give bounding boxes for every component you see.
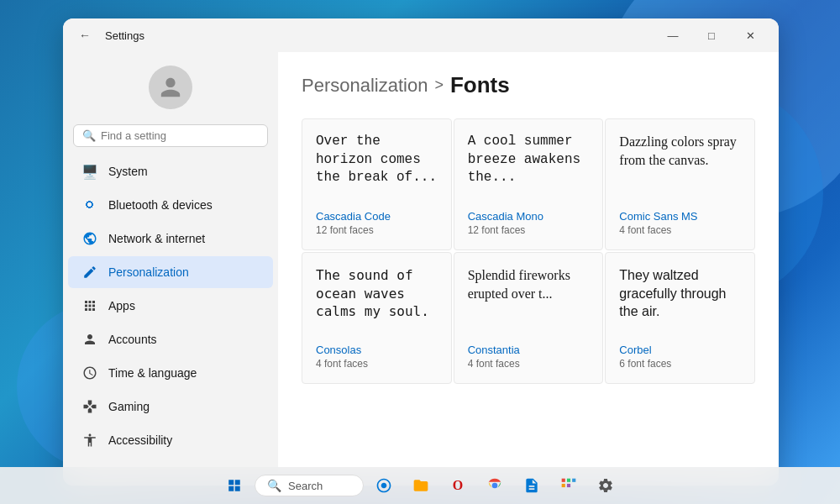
title-bar-left: ← Settings	[73, 24, 144, 47]
minimize-button[interactable]: —	[654, 23, 691, 48]
network-icon	[81, 230, 98, 247]
sidebar-label-accounts: Accounts	[108, 333, 157, 346]
sidebar-label-apps: Apps	[108, 299, 135, 312]
sidebar-label-bluetooth: Bluetooth & devices	[108, 198, 213, 212]
font-name-2: Comic Sans MS	[619, 210, 741, 223]
font-faces-5: 6 font faces	[619, 358, 741, 370]
font-faces-0: 12 font faces	[316, 224, 438, 236]
window-title: Settings	[105, 29, 144, 42]
personalization-icon	[81, 264, 98, 281]
taskbar-search-label: Search	[288, 480, 323, 492]
sidebar-label-time: Time & language	[108, 366, 197, 380]
bluetooth-icon: ⭘	[81, 197, 98, 213]
font-card-cascadia-mono[interactable]: A cool summer breeze awakens the... Casc…	[454, 118, 604, 250]
sidebar-label-gaming: Gaming	[108, 400, 150, 413]
font-preview-2: Dazzling colors spray from the canvas.	[619, 133, 741, 200]
content-area: 🔍 🖥️ System ⭘ Bluetooth & devices Networ…	[63, 52, 779, 486]
font-preview-4: Splendid fireworks erupted over t...	[468, 266, 590, 333]
avatar	[149, 66, 192, 109]
font-preview-1: A cool summer breeze awakens the...	[468, 133, 590, 200]
font-faces-3: 4 font faces	[316, 358, 438, 370]
sidebar-label-personalization: Personalization	[108, 265, 189, 279]
time-icon	[81, 365, 98, 381]
sidebar-item-accessibility[interactable]: Accessibility	[68, 424, 273, 456]
sidebar-item-personalization[interactable]: Personalization	[68, 256, 273, 288]
font-card-consolas[interactable]: The sound of ocean waves calms my soul. …	[302, 252, 452, 384]
font-card-cascadia-code[interactable]: Over the horizon comes the break of... C…	[302, 118, 452, 250]
sidebar-item-time[interactable]: Time & language	[68, 357, 273, 389]
font-name-5: Corbel	[619, 344, 741, 356]
sidebar-item-system[interactable]: 🖥️ System	[68, 155, 273, 187]
font-name-3: Consolas	[316, 344, 438, 356]
avatar-section	[63, 59, 278, 123]
taskbar-notes-button[interactable]	[515, 469, 549, 502]
font-card-constantia[interactable]: Splendid fireworks erupted over t... Con…	[454, 252, 604, 384]
sidebar-label-network: Network & internet	[108, 232, 205, 245]
search-box[interactable]: 🔍	[73, 124, 268, 147]
font-preview-0: Over the horizon comes the break of...	[316, 133, 438, 200]
taskbar-search-box[interactable]: 🔍 Search	[255, 475, 364, 496]
sidebar: 🔍 🖥️ System ⭘ Bluetooth & devices Networ…	[63, 52, 278, 486]
font-name-0: Cascadia Code	[316, 210, 438, 223]
fonts-grid: Over the horizon comes the break of... C…	[302, 118, 755, 384]
font-name-1: Cascadia Mono	[468, 210, 590, 223]
maximize-button[interactable]: □	[693, 23, 730, 48]
sidebar-label-accessibility: Accessibility	[108, 433, 172, 447]
accounts-icon	[81, 331, 98, 348]
svg-rect-3	[572, 479, 575, 482]
font-preview-5: They waltzed gracefully through the air.	[619, 266, 741, 333]
taskbar-paint-button[interactable]	[552, 469, 585, 502]
svg-rect-5	[567, 484, 570, 487]
breadcrumb-parent: Personalization	[302, 75, 428, 97]
breadcrumb: Personalization > Fonts	[302, 72, 755, 98]
main-panel: Personalization > Fonts Over the horizon…	[278, 52, 779, 486]
sidebar-search-icon: 🔍	[82, 129, 96, 142]
sidebar-item-bluetooth[interactable]: ⭘ Bluetooth & devices	[68, 189, 273, 221]
taskbar-edge-button[interactable]	[367, 469, 401, 502]
taskbar-search-icon: 🔍	[267, 479, 281, 492]
breadcrumb-current: Fonts	[450, 72, 510, 98]
sidebar-item-apps[interactable]: Apps	[68, 290, 273, 322]
breadcrumb-separator: >	[434, 76, 444, 94]
accessibility-icon	[81, 432, 98, 449]
sidebar-item-accounts[interactable]: Accounts	[68, 323, 273, 355]
close-button[interactable]: ✕	[732, 23, 769, 48]
font-faces-2: 4 font faces	[619, 224, 741, 236]
font-preview-3: The sound of ocean waves calms my soul.	[316, 266, 438, 333]
sidebar-label-system: System	[108, 165, 148, 178]
sidebar-item-network[interactable]: Network & internet	[68, 223, 273, 255]
font-faces-4: 4 font faces	[468, 358, 590, 370]
font-faces-1: 12 font faces	[468, 224, 590, 236]
taskbar-chrome-button[interactable]	[478, 469, 512, 502]
settings-window: ← Settings — □ ✕ 🔍 🖥️ System	[63, 18, 779, 486]
svg-rect-4	[562, 484, 565, 487]
system-icon: 🖥️	[81, 163, 98, 180]
font-card-corbel[interactable]: They waltzed gracefully through the air.…	[605, 252, 755, 384]
font-name-4: Constantia	[468, 344, 590, 356]
taskbar-start-button[interactable]	[218, 469, 251, 502]
taskbar: 🔍 Search O	[0, 467, 840, 504]
svg-rect-1	[562, 479, 565, 482]
taskbar-settings-button[interactable]	[589, 469, 622, 502]
font-card-comic-sans[interactable]: Dazzling colors spray from the canvas. C…	[605, 118, 755, 250]
svg-point-0	[492, 483, 498, 489]
title-bar-controls: — □ ✕	[654, 23, 769, 48]
taskbar-opera-button[interactable]: O	[441, 469, 475, 502]
gaming-icon	[81, 398, 98, 415]
sidebar-search-input[interactable]	[101, 129, 259, 142]
taskbar-explorer-button[interactable]	[404, 469, 438, 502]
apps-icon	[81, 297, 98, 314]
svg-rect-2	[567, 479, 570, 482]
back-button[interactable]: ←	[73, 24, 97, 47]
sidebar-item-gaming[interactable]: Gaming	[68, 391, 273, 423]
title-bar: ← Settings — □ ✕	[63, 18, 779, 52]
